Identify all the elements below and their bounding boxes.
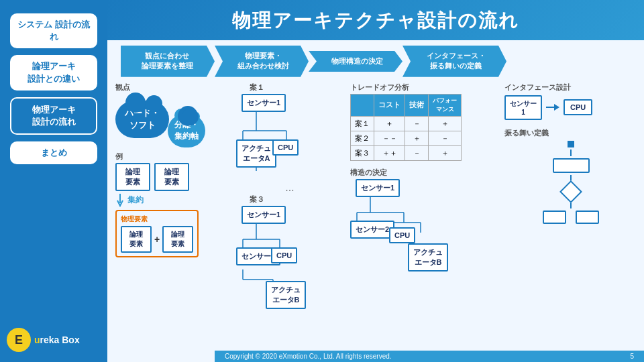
logo-icon: E (7, 328, 31, 352)
sensor1-plan1: センサー1 (241, 94, 286, 112)
actuatorB-structure: アクチュエータB (408, 243, 448, 272)
cloud-separation: 分離・集約軸 (168, 114, 205, 147)
interface-section: インタフェース設計 センサー1 CPU 振る舞い定義 (504, 82, 637, 224)
cpu-structure: CPU (389, 227, 415, 243)
title-bar: 物理アーキテクチャ設計の流れ (107, 0, 644, 40)
example-label: 例 (115, 152, 229, 162)
footer: Copyright © 2020 eXmotion Co., Ltd. All … (215, 351, 644, 362)
actuatorA-plan1: アクチュエータA (236, 139, 276, 168)
sidebar: システム 設計の流れ 論理アーキ設計との違い 物理アーキ設計の流れ まとめ E … (0, 0, 107, 362)
tradeoff-table: コスト 技術 パフォーマンス 案１＋－＋ 案２－－＋－ 案３＋＋－＋ (350, 94, 462, 161)
kanmon-section: 観点 ハード・ソフト 分離・集約軸 例 論理要素 論理要素 (115, 82, 229, 257)
structure-label: 構造の決定 (350, 168, 498, 178)
cloud-hard-soft: ハード・ソフト (115, 101, 169, 138)
physical-element-label: 物理要素 (121, 215, 193, 224)
table-row: 案３＋＋－＋ (351, 145, 462, 160)
copyright: Copyright © 2020 eXmotion Co., Ltd. All … (225, 353, 392, 360)
aggregate-label: 集約 (127, 194, 144, 206)
kanmon-label: 観点 (115, 82, 229, 93)
sensor2-structure: センサー2 (350, 221, 394, 239)
sidebar-item-physical[interactable]: 物理アーキ設計の流れ (10, 97, 97, 135)
sensor-interface: センサー1 (504, 95, 542, 120)
step-3: 物理構造の決定 (309, 51, 402, 72)
step-1: 観点に合わせ論理要素を整理 (121, 46, 215, 77)
cpu-interface: CPU (564, 99, 592, 115)
cpu-plan1: CPU (272, 139, 299, 156)
behavior-label: 振る舞い定義 (504, 128, 637, 138)
logo-text: ureka Box (34, 335, 80, 345)
plan1-label: 案１ (250, 82, 343, 93)
main-area: 物理アーキテクチャ設計の流れ 観点に合わせ論理要素を整理 物理要素・組み合わせ検… (107, 0, 644, 362)
sidebar-item-summary[interactable]: まとめ (10, 141, 97, 164)
logic-box-1: 論理要素 (115, 163, 150, 191)
cpu-plan3: CPU (271, 247, 297, 263)
flow-rect-2 (543, 210, 566, 224)
logic-box-4: 論理要素 (162, 226, 193, 253)
flow-rect-1 (553, 158, 590, 173)
tradeoff-label: トレードオフ分析 (350, 82, 498, 93)
interface-design-label: インタフェース設計 (504, 82, 637, 93)
table-row: 案２－－＋－ (351, 131, 462, 145)
flow-start-dot (568, 141, 574, 147)
flow-rect-3 (576, 210, 599, 224)
plan3-label: 案３ (250, 194, 343, 204)
tradeoff-section: トレードオフ分析 コスト 技術 パフォーマンス 案１＋－＋ 案２－－＋－ (350, 82, 498, 273)
sidebar-item-logic[interactable]: 論理アーキ設計との違い (10, 55, 97, 90)
page-title: 物理アーキテクチャ設計の流れ (107, 8, 644, 34)
sensor1-structure: センサー1 (356, 179, 400, 197)
logic-box-3: 論理要素 (121, 226, 152, 253)
sidebar-logo: E ureka Box (7, 328, 80, 352)
table-row: 案１＋－＋ (351, 116, 462, 131)
dots: … (236, 182, 343, 193)
actuatorB-plan3: アクチュエータB (266, 281, 306, 309)
plans-section: 案１ センサー1 アクチュエータA CPU … 案３ (236, 82, 343, 293)
step-4: インタフェース・振る舞いの定義 (402, 46, 506, 77)
flow-diamond (559, 180, 582, 203)
page-number: 5 (630, 353, 634, 360)
sensor1-plan3: センサー1 (241, 206, 286, 224)
steps-row: 観点に合わせ論理要素を整理 物理要素・組み合わせ検討 物理構造の決定 インタフェ… (107, 40, 644, 80)
logic-box-2: 論理要素 (154, 163, 189, 191)
step-2: 物理要素・組み合わせ検討 (215, 46, 309, 77)
sidebar-item-system[interactable]: システム 設計の流れ (10, 13, 97, 48)
